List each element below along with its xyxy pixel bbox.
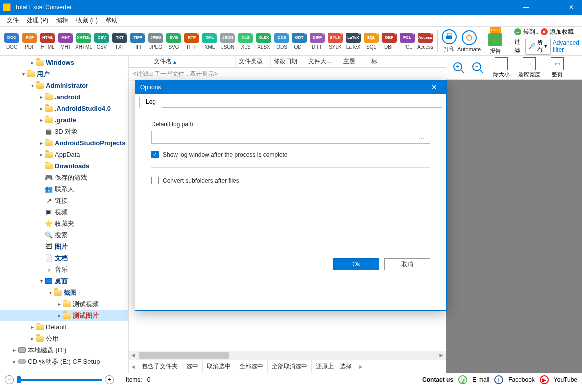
zoom-minus-button[interactable]: − <box>5 375 14 384</box>
tree-node-24[interactable]: ▸公用 <box>0 333 128 344</box>
format-json[interactable]: JSONJSON <box>219 33 237 50</box>
selection-tab-5[interactable]: 还原上一选择 <box>312 360 356 373</box>
cancel-button[interactable]: 取消 <box>384 258 430 270</box>
youtube-link[interactable]: YouTube <box>554 376 577 383</box>
full-page-button[interactable]: ▭整页 <box>544 57 570 78</box>
menu-1[interactable]: 处理 (P) <box>23 15 52 26</box>
tree-node-4[interactable]: ▸.AndroidStudio4.0 <box>0 103 128 114</box>
tree-node-11[interactable]: 👥联系人 <box>0 183 128 195</box>
column-4[interactable]: 主题 <box>340 56 368 67</box>
filter-message[interactable]: <过滤出了一些文件，双击显示> <box>129 68 446 81</box>
selection-tab-2[interactable]: 取消选中 <box>203 360 235 373</box>
tree-node-23[interactable]: ▸Default <box>0 321 128 333</box>
tree-node-3[interactable]: ▸.android <box>0 91 128 103</box>
menu-0[interactable]: 文件 <box>3 15 23 26</box>
format-pdf[interactable]: PDFPDF <box>21 33 39 50</box>
tree-node-12[interactable]: ↗链接 <box>0 195 128 206</box>
tree-node-7[interactable]: ▸AndroidStudioProjects <box>0 137 128 149</box>
tree-node-25[interactable]: ▸本地磁盘 (D:) <box>0 344 128 356</box>
selection-tab-4[interactable]: 全部取消选中 <box>268 360 312 373</box>
dialog-close-button[interactable]: ✕ <box>427 83 441 91</box>
tree-node-1[interactable]: ▾用户 <box>0 68 128 80</box>
column-1[interactable]: 文件类型 <box>236 56 271 67</box>
tree-node-18[interactable]: ♪音乐 <box>0 264 128 275</box>
zoom-slider[interactable] <box>17 379 102 381</box>
tab-log[interactable]: Log <box>139 97 162 108</box>
tabs-right-arrow[interactable]: ► <box>356 363 365 370</box>
tree-node-14[interactable]: ⭐收藏夹 <box>0 218 128 229</box>
format-rtf[interactable]: RTFRTF <box>183 33 201 50</box>
tree-node-15[interactable]: 🔍搜索 <box>0 229 128 241</box>
log-path-input[interactable] <box>154 131 415 143</box>
tree-node-21[interactable]: ▸测试视频 <box>0 298 128 310</box>
tree-node-8[interactable]: ▸AppData <box>0 149 128 160</box>
format-xml[interactable]: XMLXML <box>201 33 219 50</box>
tree-node-22[interactable]: ▸测试图片 <box>0 310 128 321</box>
format-jpeg[interactable]: JPEGJPEG <box>147 33 165 50</box>
format-sylk[interactable]: SYLKSYLK <box>326 33 344 50</box>
format-html[interactable]: HTMLHTML <box>39 33 57 50</box>
tree-node-6[interactable]: ▤3D 对象 <box>0 126 128 137</box>
browse-button[interactable]: ... <box>415 131 428 143</box>
facebook-link[interactable]: Facebook <box>508 376 535 383</box>
format-doc[interactable]: DOCDOC <box>3 33 21 50</box>
email-link[interactable]: E-mail <box>472 376 489 383</box>
format-access[interactable]: AccessAccess <box>416 33 434 50</box>
zoom-in-button[interactable]: + <box>450 59 467 76</box>
close-button[interactable]: ✕ <box>560 0 582 15</box>
selection-tab-3[interactable]: 全部选中 <box>235 360 268 373</box>
tree-node-0[interactable]: ▸Windows <box>0 57 128 68</box>
goto-link[interactable]: 转到.. <box>523 28 539 36</box>
column-0[interactable]: 文件名 ▴ <box>151 56 236 67</box>
format-xlsx[interactable]: XLSXXLSX <box>255 33 273 50</box>
convert-subfolders-checkbox[interactable] <box>151 177 159 184</box>
format-csv[interactable]: CSVCSV <box>93 33 111 50</box>
advanced-filter-link[interactable]: Advanced filter <box>553 39 579 53</box>
format-diff[interactable]: DIFFDIFF <box>308 33 326 50</box>
format-txt[interactable]: TXTTXT <box>111 33 129 50</box>
actual-size-button[interactable]: ⛶际大小 <box>488 57 514 78</box>
format-dbf[interactable]: DBFDBF <box>380 33 398 50</box>
format-latex[interactable]: LaTeXLaTeX <box>344 33 362 50</box>
zoom-plus-button[interactable]: + <box>105 375 114 384</box>
show-log-checkbox[interactable]: ✓ <box>151 151 159 158</box>
format-pcl[interactable]: PCLPCL <box>398 33 416 50</box>
tree-node-13[interactable]: ▣视频 <box>0 206 128 218</box>
column-5[interactable]: 标 <box>368 56 383 67</box>
format-xls[interactable]: XLSXLS <box>237 33 255 50</box>
format-sql[interactable]: SQLSQL <box>362 33 380 50</box>
zoom-out-button[interactable]: − <box>469 59 486 76</box>
format-svg[interactable]: SVGSVG <box>165 33 183 50</box>
favorite-link[interactable]: 添加收藏 <box>550 28 574 36</box>
column-3[interactable]: 文件大... <box>305 56 340 67</box>
menu-3[interactable]: 收藏 (F) <box>72 15 102 26</box>
tree-node-5[interactable]: ▸.gradle <box>0 114 128 126</box>
format-tiff[interactable]: TIFFTIFF <box>129 33 147 50</box>
tree-node-19[interactable]: ▾桌面 <box>0 275 128 287</box>
menu-4[interactable]: 帮助 <box>102 15 122 26</box>
tree-node-26[interactable]: ▸CD 驱动器 (E:) CF Setup <box>0 356 128 367</box>
column-2[interactable]: 修改日期 <box>271 56 305 67</box>
folder-tree[interactable]: ▸Windows▾用户▾Administrator▸.android▸.Andr… <box>0 56 129 373</box>
selection-tab-0[interactable]: 包含子文件夹 <box>138 360 182 373</box>
tree-node-17[interactable]: 📄文档 <box>0 252 128 264</box>
report-button[interactable]: PRO ▦ 报告 <box>487 27 504 55</box>
tree-node-20[interactable]: ▾截图 <box>0 287 128 298</box>
tree-node-10[interactable]: 🎮保存的游戏 <box>0 172 128 183</box>
minimize-button[interactable]: — <box>515 0 537 15</box>
selection-tab-1[interactable]: 选中 <box>182 360 203 373</box>
ok-button[interactable]: Ok <box>333 258 379 270</box>
tree-node-2[interactable]: ▾Administrator <box>0 80 128 91</box>
horizontal-scrollbar[interactable]: ◄ ► <box>129 351 446 360</box>
maximize-button[interactable]: □ <box>537 0 560 15</box>
format-odt[interactable]: ODTODT <box>291 33 308 50</box>
tree-node-16[interactable]: 🖼图片 <box>0 241 128 252</box>
format-mht[interactable]: MHTMHT <box>57 33 75 50</box>
tabs-left-arrow[interactable]: ◄ <box>129 363 138 370</box>
print-button[interactable]: 打印 <box>441 29 458 53</box>
filter-all-dropdown[interactable]: 🔎 所有 ▾ <box>525 38 551 55</box>
tree-node-9[interactable]: Downloads <box>0 160 128 172</box>
automate-button[interactable]: Automate <box>458 30 481 52</box>
format-xhtml[interactable]: XHTMLXHTML <box>75 33 93 50</box>
format-ods[interactable]: ODSODS <box>273 33 291 50</box>
